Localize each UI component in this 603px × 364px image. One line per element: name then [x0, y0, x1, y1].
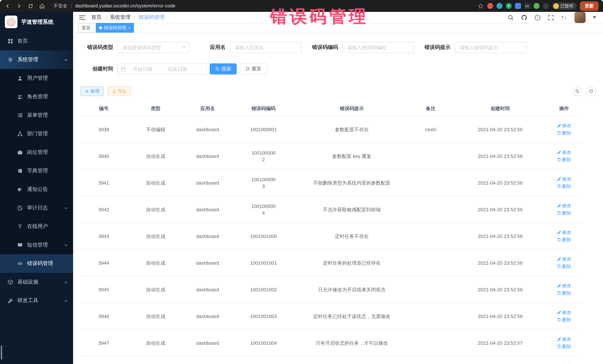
address-bar[interactable]: 不安全 | dashboard.yudao.iocoder.cn/system/…: [51, 3, 175, 9]
tag[interactable]: 错误码管理×: [96, 23, 134, 33]
cell-type: 自动生成: [127, 143, 185, 170]
extension-icon[interactable]: [496, 3, 502, 9]
edit-link[interactable]: 修改: [557, 309, 571, 316]
sidebar-item-post-mgmt[interactable]: 岗位管理: [0, 143, 73, 162]
search-button-label: 搜索: [221, 66, 231, 72]
breadcrumb-separator: /: [134, 14, 135, 20]
font-size-icon[interactable]: TT: [561, 14, 567, 21]
column-header: 错误码编码: [231, 101, 296, 116]
sidebar-scrollbar[interactable]: [1, 345, 2, 360]
sidebar-item-sms-mgmt[interactable]: 短信管理: [0, 236, 73, 254]
start-date-input[interactable]: [127, 66, 158, 72]
sidebar-item-audit-log[interactable]: 审计日志: [0, 199, 73, 217]
add-button[interactable]: 新增: [81, 86, 104, 96]
edit-link[interactable]: 修改: [557, 202, 571, 209]
error-code-input[interactable]: [343, 42, 414, 53]
browser-reload-icon[interactable]: [27, 3, 33, 9]
paused-badge[interactable]: 已暂停: [552, 2, 577, 10]
extension-icon[interactable]: V: [506, 3, 511, 9]
caret-down-icon[interactable]: [593, 16, 596, 19]
app-logo-row[interactable]: 芋道管理系统: [0, 12, 73, 32]
cell-actions: 修改删除: [547, 143, 581, 170]
edit-link[interactable]: 修改: [557, 363, 571, 364]
sidebar-item-label: 系统管理: [17, 56, 38, 63]
column-header: 错误码提示: [296, 101, 407, 116]
edit-icon: [557, 150, 561, 154]
error-type-select[interactable]: [118, 42, 189, 53]
browser-back-icon[interactable]: [4, 3, 10, 9]
error-hint-input[interactable]: [455, 42, 527, 53]
github-icon[interactable]: [521, 14, 527, 21]
app-name-input[interactable]: [230, 42, 302, 53]
edit-link[interactable]: 修改: [557, 256, 571, 263]
delete-link[interactable]: 删除: [557, 236, 571, 243]
extension-icon[interactable]: [533, 3, 539, 9]
delete-link-label: 删除: [562, 236, 571, 243]
delete-link[interactable]: 删除: [557, 316, 571, 323]
delete-link[interactable]: 删除: [557, 156, 571, 163]
sidebar-item-dev-tools[interactable]: 研发工具: [0, 291, 73, 310]
edit-link[interactable]: 修改: [557, 336, 571, 342]
edit-link[interactable]: 修改: [557, 149, 571, 156]
column-header: 操作: [547, 101, 581, 116]
tag[interactable]: 首页: [78, 23, 94, 33]
column-header: 应用名: [185, 101, 231, 116]
edit-link[interactable]: 修改: [557, 176, 571, 182]
browser-forward-icon[interactable]: [16, 3, 22, 9]
breadcrumb-item[interactable]: 系统管理: [110, 14, 131, 21]
edit-link[interactable]: 修改: [557, 122, 571, 129]
menu-list-icon: [17, 112, 23, 118]
sidebar-item-system-mgmt[interactable]: 系统管理: [0, 50, 73, 69]
bookmark-star-icon[interactable]: [478, 3, 484, 9]
search-button[interactable]: 搜索: [210, 63, 237, 75]
delete-link[interactable]: 删除: [557, 343, 571, 350]
sidebar-item-notice[interactable]: 通知公告: [0, 180, 73, 199]
cell-remark: [407, 143, 454, 170]
delete-link[interactable]: 删除: [557, 290, 571, 296]
help-icon[interactable]: ?: [534, 14, 541, 21]
sidebar-item-error-code-mgmt[interactable]: 错误码管理: [0, 254, 73, 273]
extension-icon[interactable]: on: [524, 3, 530, 9]
extension-icon[interactable]: [487, 3, 493, 9]
svg-text:T: T: [564, 16, 566, 20]
hamburger-icon[interactable]: [79, 15, 86, 20]
delete-link[interactable]: 删除: [557, 210, 571, 216]
browser-chrome: 不安全 | dashboard.yudao.iocoder.cn/system/…: [0, 0, 603, 12]
tag-close-icon[interactable]: ×: [128, 26, 131, 30]
breadcrumb-item[interactable]: 首页: [91, 14, 102, 21]
sidebar-item-menu-mgmt[interactable]: 菜单管理: [0, 106, 73, 124]
sidebar-item-dict-mgmt[interactable]: 字典管理: [0, 162, 73, 180]
browser-home-icon[interactable]: [39, 3, 45, 9]
edit-link[interactable]: 修改: [557, 229, 571, 236]
sidebar-item-home[interactable]: 首页: [0, 32, 73, 50]
cell-hint: 只允许修改为开启或者关闭状态: [296, 276, 407, 303]
sidebar-item-user-mgmt[interactable]: 用户管理: [0, 69, 73, 88]
edit-link-label: 修改: [562, 229, 571, 236]
export-button[interactable]: 导出: [108, 86, 131, 96]
edit-icon: [557, 284, 561, 288]
sidebar-item-infra[interactable]: 基础设施: [0, 273, 73, 291]
delete-icon: [557, 131, 561, 135]
delete-link[interactable]: 删除: [557, 183, 571, 190]
extension-icon[interactable]: [515, 3, 521, 9]
avatar[interactable]: [574, 12, 586, 23]
sidebar-item-role-mgmt[interactable]: 角色管理: [0, 88, 73, 106]
refresh-button[interactable]: [586, 87, 596, 96]
log-icon: [17, 205, 23, 211]
end-date-input[interactable]: [162, 66, 193, 72]
update-button[interactable]: 更新: [580, 1, 599, 11]
sidebar-item-dept-mgmt[interactable]: 部门管理: [0, 124, 73, 143]
delete-link[interactable]: 删除: [557, 130, 571, 136]
create-time-range-picker[interactable]: -: [118, 63, 207, 75]
cell-hint: 只有开启状态的任务，才可以修改: [296, 330, 407, 356]
sidebar-item-label: 字典管理: [27, 167, 48, 174]
extension-icon[interactable]: [543, 3, 549, 9]
delete-icon: [557, 211, 561, 215]
toggle-search-button[interactable]: [573, 87, 582, 96]
sidebar-item-online-user[interactable]: 在线用户: [0, 217, 73, 236]
edit-link[interactable]: 修改: [557, 282, 571, 289]
delete-link[interactable]: 删除: [557, 263, 571, 270]
search-icon[interactable]: [508, 14, 514, 21]
reset-button[interactable]: 重置: [240, 63, 267, 75]
fullscreen-icon[interactable]: [548, 14, 554, 21]
